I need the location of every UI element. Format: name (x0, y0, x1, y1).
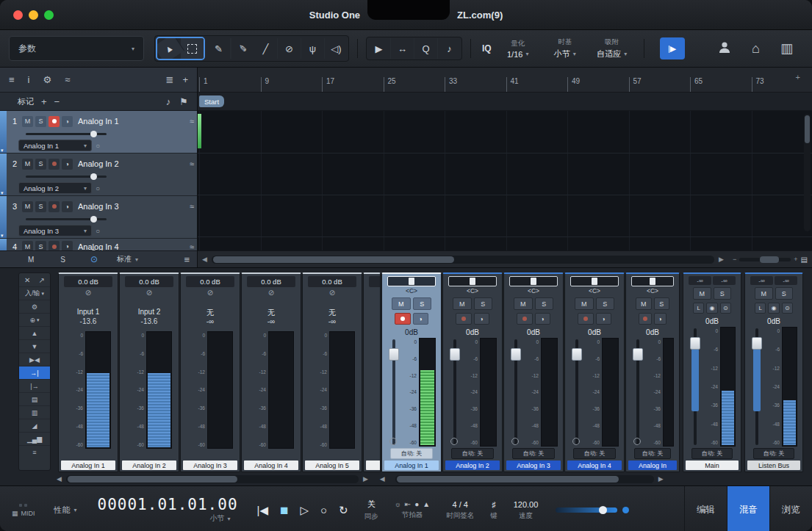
time-signature-block[interactable]: 4 / 4 时间签名 (446, 500, 474, 521)
fader-handle[interactable] (389, 348, 399, 361)
edit-view-button[interactable]: 编辑 (684, 486, 727, 531)
listen-tool[interactable]: ◁) (325, 38, 348, 59)
horizontal-scrollbar[interactable] (212, 256, 714, 264)
channel-settings-wrench-icon[interactable]: ⚙ (19, 300, 50, 313)
polarity-button[interactable]: ⊘ (366, 288, 381, 297)
pan-handle[interactable] (592, 278, 597, 285)
scroll-up-button[interactable]: ▲ (19, 326, 50, 339)
track-mute-button[interactable]: M (22, 201, 33, 212)
mute-button[interactable]: M (392, 297, 411, 310)
meter-mode-button[interactable]: L (755, 303, 766, 314)
track-input-select[interactable]: Analog In 2▾ (18, 182, 92, 194)
return-to-start-button[interactable]: |◀ (257, 504, 268, 517)
add-track-button[interactable]: + (182, 74, 188, 85)
fader-handle[interactable] (633, 348, 643, 361)
scroll-down-button[interactable]: ▼ (19, 339, 50, 353)
record-arm-button[interactable] (456, 313, 472, 325)
pre-roll-tool[interactable]: ♪ (438, 38, 461, 59)
zoom-window-button[interactable] (44, 10, 54, 20)
monitor-button[interactable]: ◑ (596, 313, 612, 325)
solo-button[interactable]: S (413, 297, 432, 310)
channels-scrollbar[interactable] (395, 475, 654, 483)
close-mixer-button[interactable]: ✕ (24, 276, 30, 284)
volume-fader[interactable] (750, 327, 764, 447)
paint-tool[interactable]: ╱ (254, 38, 278, 59)
play-button[interactable]: ▷ (300, 504, 309, 517)
channel-name-label[interactable]: Analog In 5 (305, 460, 359, 470)
monitor-button[interactable]: ◑ (535, 313, 551, 325)
mute-button[interactable]: M (636, 297, 652, 310)
input-gain-value[interactable]: 0.0 dB (247, 276, 295, 287)
track-header[interactable]: ▾ 1 M S ◑ Analog In 1 ≈ Analog In 1▾ ○ (0, 111, 197, 153)
automation-mode[interactable]: 自动: 关 (634, 448, 671, 459)
pan-slider[interactable] (448, 276, 497, 286)
channel-name-label[interactable]: Analog In (628, 460, 677, 470)
mute-tool[interactable]: ⊘ (278, 38, 301, 59)
input-gain-value[interactable]: 0.0 dB (186, 276, 234, 287)
volume-fader[interactable] (689, 327, 702, 447)
pencil-tool[interactable]: ✎ (207, 38, 231, 59)
polarity-button[interactable]: ⊘ (61, 288, 115, 297)
click-dot-icon[interactable]: ● (414, 500, 419, 508)
pan-handle[interactable] (531, 278, 536, 285)
channel-name-label[interactable]: Listen Bus (747, 460, 800, 470)
solo-button[interactable]: S (654, 297, 670, 310)
music-note-icon[interactable]: ♪ (166, 96, 171, 107)
channel-name-label[interactable]: Analog In 4 (244, 460, 298, 470)
volume-fader[interactable] (509, 338, 522, 447)
solo-button[interactable]: S (775, 287, 794, 300)
volume-fader[interactable] (631, 338, 644, 447)
track-mute-button[interactable]: M (22, 116, 33, 127)
banks-view-button[interactable]: ▤ (19, 392, 50, 405)
minimize-window-button[interactable] (29, 10, 38, 20)
channel-name-label[interactable]: Analog In 1 (384, 460, 439, 470)
zoom-menu-icon[interactable]: ▤ (801, 256, 808, 264)
global-solo-button[interactable]: S (60, 256, 65, 264)
mono-button[interactable]: ◉ (706, 303, 717, 314)
bend-tool[interactable]: ψ (301, 38, 325, 59)
solo-button[interactable]: S (474, 297, 493, 310)
volume-fader[interactable] (387, 338, 400, 447)
trim-knob[interactable] (572, 438, 580, 445)
track-header[interactable]: ▾ 3 M S ◑ Analog In 3 ≈ Analog In 3▾ ○ (0, 196, 197, 239)
channel-name-label[interactable]: Analog In 2 (122, 460, 176, 470)
inputs-scrollbar[interactable] (66, 475, 359, 483)
channel-name-label[interactable]: A (366, 460, 381, 470)
precount-icon[interactable]: ☼ (395, 500, 401, 508)
record-arm-button[interactable] (395, 313, 411, 325)
vertical-zoom-icon[interactable]: + (796, 73, 800, 82)
pan-slider[interactable] (631, 276, 674, 286)
metronome-icon[interactable]: ⇤ (405, 500, 411, 508)
mix-console-view-icon[interactable]: ▥ (780, 40, 793, 57)
scroll-right-icon[interactable]: ▶ (363, 475, 368, 483)
range-tool[interactable] (181, 38, 204, 59)
popout-mixer-button[interactable]: ↗ (39, 276, 45, 284)
track-height-icon[interactable]: ≣ (166, 74, 174, 85)
parameters-dropdown[interactable]: 参数 ▾ (9, 36, 144, 61)
titlebar[interactable]: Studio One ZL.com(9) (0, 0, 812, 30)
track-header[interactable]: ▾ 2 M S ◑ Analog In 2 ≈ Analog In 2▾ ○ (0, 153, 197, 196)
solo-button[interactable]: S (535, 297, 554, 310)
main-strip[interactable]: -∞ -∞ M S L◉⊙ 0dB 0-6-12-24-36-48-60 自动: (683, 272, 741, 472)
channel-strip[interactable]: <C> M S ◑ 0dB 0-6-12-24-36-48-60 自动: 关 A… (381, 272, 442, 472)
track-solo-button[interactable]: S (35, 241, 46, 250)
track-solo-button[interactable]: S (35, 116, 46, 127)
input-gain-value[interactable]: 0.0 dB (64, 276, 112, 287)
track-volume-slider[interactable] (26, 218, 107, 220)
channel-strip[interactable]: <C> M S ◑ 0dB 0-6-12-24-36-48-60 自动: 关 A… (564, 272, 625, 472)
channel-list-button[interactable]: ▥ (19, 405, 50, 419)
scroll-right-icon[interactable]: ▶ (658, 475, 664, 483)
pan-handle[interactable] (409, 278, 414, 285)
automation-icon[interactable]: ≈ (65, 74, 70, 85)
automation-mode[interactable]: 自动: 关 (753, 448, 794, 459)
channel-name-label[interactable]: Analog In 1 (61, 460, 115, 470)
track-record-button[interactable] (48, 159, 60, 170)
input-channel-strip[interactable]: 0.0 dB ⊘ Input 2 -13.6 0-6-12-24-36-48-6… (119, 272, 179, 472)
zoom-out-icon[interactable]: − (733, 256, 736, 263)
polarity-button[interactable]: ⊘ (122, 288, 176, 297)
monitor-button[interactable]: ◑ (413, 313, 429, 325)
close-window-button[interactable] (13, 10, 23, 20)
fader-handle[interactable] (511, 348, 521, 361)
input-channel-strip[interactable]: 0.0 dB ⊘ 无 -∞ 0-6-12-24-36-48-60 Analog … (241, 272, 301, 472)
mixer-menu-button[interactable]: ≡ (19, 445, 50, 458)
